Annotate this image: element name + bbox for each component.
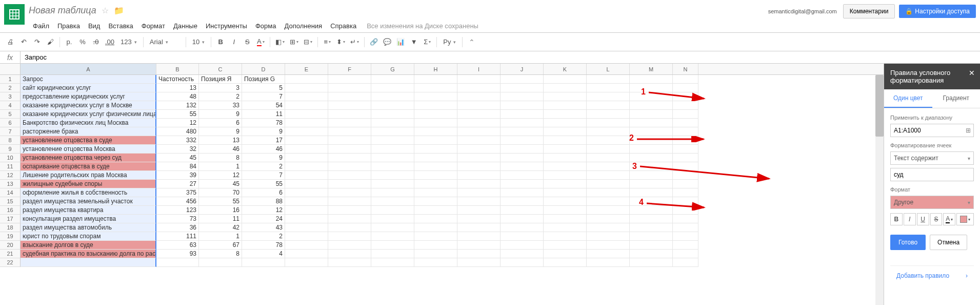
row-header[interactable]: 22 [0, 258, 21, 267]
cell[interactable] [285, 154, 328, 162]
cell[interactable] [414, 75, 457, 84]
cell[interactable] [285, 162, 328, 171]
format-select[interactable]: Другое [890, 196, 974, 209]
cell[interactable]: 2 [199, 92, 242, 101]
cell[interactable]: 332 [156, 136, 199, 145]
cell[interactable] [285, 241, 328, 250]
cell[interactable] [630, 75, 673, 84]
cell[interactable] [21, 258, 156, 267]
row-header[interactable]: 19 [0, 232, 21, 241]
row-header[interactable]: 2 [0, 84, 21, 92]
cell[interactable]: 73 [156, 215, 199, 223]
cell[interactable] [544, 223, 587, 232]
cell[interactable] [630, 197, 673, 206]
cell[interactable] [673, 162, 698, 171]
row-header[interactable]: 13 [0, 180, 21, 188]
user-email[interactable]: semanticdigital@gmail.com [768, 8, 837, 14]
cell[interactable]: судебная практика по взысканию долга по … [21, 250, 156, 258]
cell[interactable] [414, 206, 457, 215]
cell[interactable]: 45 [156, 154, 199, 162]
cell[interactable] [328, 154, 371, 162]
cell[interactable] [414, 127, 457, 136]
link-button[interactable]: 🔗 [368, 36, 380, 48]
cell[interactable] [457, 223, 501, 232]
cell[interactable] [544, 92, 587, 101]
cell[interactable] [371, 119, 414, 127]
cell[interactable] [285, 75, 328, 84]
cell[interactable]: 375 [156, 188, 199, 197]
row-header[interactable]: 4 [0, 101, 21, 110]
cell[interactable] [544, 171, 587, 180]
cell[interactable] [457, 75, 501, 84]
row-header[interactable]: 8 [0, 136, 21, 145]
cell[interactable] [587, 206, 630, 215]
cell[interactable] [501, 92, 544, 101]
cell[interactable] [414, 145, 457, 154]
collapse-toolbar-icon[interactable]: ⌃ [466, 38, 478, 46]
cell[interactable] [501, 223, 544, 232]
row-header[interactable]: 20 [0, 241, 21, 250]
menu-edit[interactable]: Правка [53, 20, 84, 32]
cell[interactable]: 6 [199, 119, 242, 127]
cell[interactable] [414, 162, 457, 171]
cf-underline-button[interactable]: U [917, 213, 929, 225]
cell[interactable] [673, 223, 698, 232]
col-header-L[interactable]: L [587, 64, 630, 74]
cell[interactable] [501, 136, 544, 145]
row-header[interactable]: 12 [0, 171, 21, 180]
cell[interactable] [328, 180, 371, 188]
comments-button[interactable]: Комментарии [843, 4, 895, 18]
cell[interactable]: 6 [242, 188, 285, 197]
cell[interactable] [328, 206, 371, 215]
cell[interactable]: установление отцовства Москва [21, 145, 156, 154]
cell[interactable]: 3 [199, 84, 242, 92]
cell[interactable] [285, 84, 328, 92]
col-header-E[interactable]: E [285, 64, 328, 74]
cell[interactable]: 54 [242, 101, 285, 110]
cell[interactable] [328, 92, 371, 101]
decrease-decimal-button[interactable]: .0 [90, 36, 102, 48]
cell[interactable]: 2 [242, 162, 285, 171]
cell[interactable]: Позиция G [242, 75, 285, 84]
cell[interactable]: 456 [156, 197, 199, 206]
cell[interactable] [630, 154, 673, 162]
cell[interactable] [587, 162, 630, 171]
cell[interactable] [371, 127, 414, 136]
cell[interactable] [544, 232, 587, 241]
currency-button[interactable]: p. [63, 36, 75, 48]
cell[interactable] [457, 241, 501, 250]
cell[interactable] [501, 101, 544, 110]
close-icon[interactable]: ✕ [969, 69, 975, 77]
cell[interactable] [371, 223, 414, 232]
cf-bold-button[interactable]: B [890, 213, 903, 225]
cell[interactable] [414, 92, 457, 101]
cell[interactable] [544, 154, 587, 162]
row-header[interactable]: 14 [0, 188, 21, 197]
cell[interactable] [414, 215, 457, 223]
cell[interactable]: 16 [199, 206, 242, 215]
cf-done-button[interactable]: Готово [890, 235, 926, 250]
cf-italic-button[interactable]: I [904, 213, 916, 225]
cell[interactable] [285, 250, 328, 258]
row-header[interactable]: 9 [0, 145, 21, 154]
cell[interactable] [371, 75, 414, 84]
percent-button[interactable]: % [76, 36, 89, 48]
cell[interactable]: установление отцовства через суд [21, 154, 156, 162]
cell[interactable]: 70 [199, 188, 242, 197]
col-header-N[interactable]: N [673, 64, 698, 74]
cell[interactable] [544, 136, 587, 145]
cell[interactable] [630, 101, 673, 110]
cell[interactable]: Запрос [21, 75, 156, 84]
cell[interactable] [371, 154, 414, 162]
row-header[interactable]: 16 [0, 206, 21, 215]
tab-gradient[interactable]: Градиент [932, 89, 981, 108]
cell[interactable] [457, 180, 501, 188]
cell[interactable] [371, 258, 414, 267]
cell[interactable]: 46 [199, 145, 242, 154]
cell[interactable] [501, 119, 544, 127]
cell[interactable] [501, 162, 544, 171]
increase-decimal-button[interactable]: .00 [103, 36, 116, 48]
cell[interactable] [371, 101, 414, 110]
cell[interactable] [501, 250, 544, 258]
cell[interactable]: 123 [156, 206, 199, 215]
